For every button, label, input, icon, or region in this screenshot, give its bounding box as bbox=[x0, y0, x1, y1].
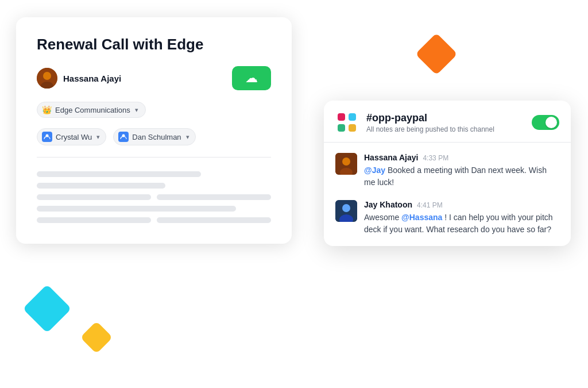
svg-rect-8 bbox=[349, 124, 356, 132]
message-jay: Jay Khatoon 4:41 PM Awesome @Hassana ! I… bbox=[335, 200, 559, 236]
svg-point-13 bbox=[342, 204, 350, 212]
hassana-mention: @Hassana bbox=[401, 213, 442, 222]
crm-line-7 bbox=[157, 217, 271, 223]
slack-card: #opp-paypal All notes are being pushed t… bbox=[324, 101, 571, 246]
dan-schulman-chevron: ▾ bbox=[186, 133, 189, 141]
crm-line-6 bbox=[37, 217, 151, 223]
hassana-msg-avatar bbox=[335, 153, 357, 175]
crystal-wu-chevron: ▾ bbox=[96, 133, 100, 141]
crm-title: Renewal Call with Edge bbox=[37, 36, 271, 53]
crm-line-1 bbox=[37, 171, 201, 177]
salesforce-cloud-icon: ☁ bbox=[245, 71, 258, 86]
crown-icon: 👑 bbox=[42, 105, 52, 114]
dan-schulman-badge[interactable]: Dan Schulman ▾ bbox=[113, 128, 195, 145]
user-name: Hassana Ajayi bbox=[63, 74, 121, 83]
hassana-msg-body: Hassana Ajayi 4:33 PM @Jay Booked a meet… bbox=[364, 153, 559, 189]
dan-schulman-name: Dan Schulman bbox=[132, 133, 181, 141]
crm-company-row: 👑 Edge Communications ▾ bbox=[37, 102, 271, 118]
crm-line-3 bbox=[37, 194, 151, 200]
slack-toggle[interactable] bbox=[532, 115, 559, 130]
diamond-yellow bbox=[80, 321, 113, 354]
svg-point-1 bbox=[43, 72, 51, 80]
jay-msg-meta: Jay Khatoon 4:41 PM bbox=[364, 200, 559, 209]
slack-header: #opp-paypal All notes are being pushed t… bbox=[324, 101, 571, 143]
salesforce-button[interactable]: ☁ bbox=[232, 66, 271, 90]
svg-point-10 bbox=[342, 157, 350, 166]
person-icon-2 bbox=[118, 132, 129, 142]
crm-line-5 bbox=[37, 206, 236, 212]
slack-header-left: #opp-paypal All notes are being pushed t… bbox=[335, 111, 494, 134]
company-name: Edge Communications bbox=[55, 106, 130, 114]
crm-people-row: Crystal Wu ▾ Dan Schulman ▾ bbox=[37, 128, 271, 157]
slack-logo-icon bbox=[335, 111, 358, 134]
crm-header-row: Hassana Ajayi ☁ bbox=[37, 66, 271, 90]
company-badge[interactable]: 👑 Edge Communications ▾ bbox=[37, 102, 146, 118]
jay-msg-time: 4:41 PM bbox=[417, 201, 443, 209]
svg-rect-5 bbox=[338, 113, 345, 121]
crm-line-pair-2 bbox=[37, 217, 271, 223]
crm-line-4 bbox=[157, 194, 271, 200]
hassana-msg-author: Hassana Ajayi bbox=[364, 153, 418, 162]
crystal-wu-badge[interactable]: Crystal Wu ▾ bbox=[37, 128, 106, 145]
slack-channel-subtitle: All notes are being pushed to this chann… bbox=[366, 125, 494, 133]
chevron-down-icon: ▾ bbox=[135, 106, 138, 114]
person-icon bbox=[42, 132, 52, 142]
crm-line-pair-1 bbox=[37, 194, 271, 200]
slack-messages: Hassana Ajayi 4:33 PM @Jay Booked a meet… bbox=[324, 143, 571, 246]
slack-channel-name: #opp-paypal bbox=[366, 112, 494, 124]
jay-msg-author: Jay Khatoon bbox=[364, 200, 412, 209]
slack-channel-info: #opp-paypal All notes are being pushed t… bbox=[366, 112, 494, 133]
crystal-wu-name: Crystal Wu bbox=[56, 133, 92, 141]
crm-content-lines bbox=[37, 171, 271, 223]
message-hassana: Hassana Ajayi 4:33 PM @Jay Booked a meet… bbox=[335, 153, 559, 189]
jay-msg-text: Awesome @Hassana ! I can help you with y… bbox=[364, 212, 559, 236]
hassana-msg-meta: Hassana Ajayi 4:33 PM bbox=[364, 153, 559, 162]
crm-card: Renewal Call with Edge Hassana Ajayi ☁ 👑 bbox=[16, 17, 292, 244]
hassana-msg-time: 4:33 PM bbox=[423, 154, 448, 162]
jay-msg-body: Jay Khatoon 4:41 PM Awesome @Hassana ! I… bbox=[364, 200, 559, 236]
crm-user-row: Hassana Ajayi bbox=[37, 68, 121, 89]
diamond-orange bbox=[415, 33, 458, 75]
crm-line-2 bbox=[37, 183, 165, 189]
jay-msg-avatar bbox=[335, 200, 357, 222]
diamond-cyan bbox=[23, 285, 72, 333]
svg-rect-7 bbox=[338, 124, 345, 132]
scene: Renewal Call with Edge Hassana Ajayi ☁ 👑 bbox=[0, 0, 588, 388]
hassana-msg-text: @Jay Booked a meeting with Dan next week… bbox=[364, 164, 559, 189]
hassana-avatar bbox=[37, 68, 57, 89]
jay-mention: @Jay bbox=[364, 166, 385, 175]
svg-rect-6 bbox=[349, 113, 356, 121]
